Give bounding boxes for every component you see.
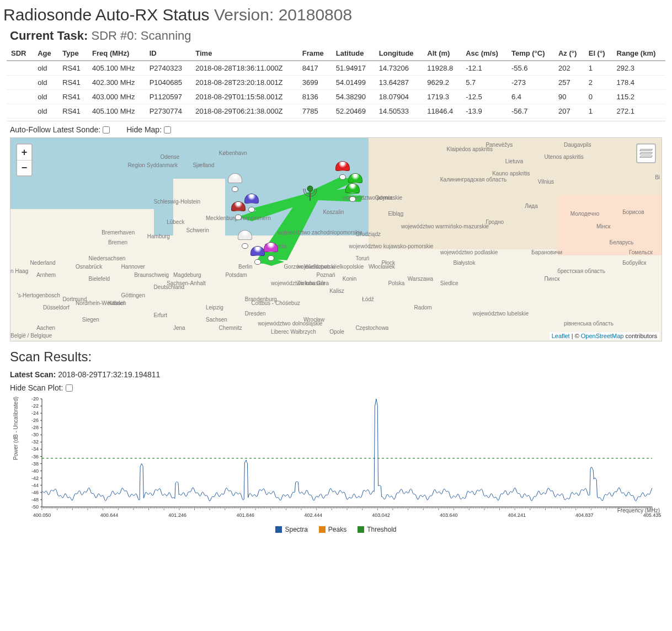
col-6[interactable]: Frame (298, 46, 332, 61)
table-row[interactable]: oldRS41405.100 MHzP27307742018-08-29T06:… (7, 104, 665, 119)
balloon-icon[interactable] (238, 230, 252, 249)
map-city-label: Lietuva (505, 158, 523, 164)
col-11[interactable]: Temp (°C) (507, 46, 554, 61)
version-label: Version: (214, 6, 274, 24)
station-icon[interactable] (303, 184, 317, 202)
table-row[interactable]: oldRS41402.300 MHzP10406852018-08-28T23:… (7, 76, 665, 90)
map-controls: Auto-Follow Latest Sonde: Hide Map: (10, 125, 662, 134)
cell-range: 292.3 (612, 61, 665, 76)
cell-age: old (33, 90, 58, 104)
cell-range: 178.4 (612, 76, 665, 90)
cell-az: 202 (554, 61, 584, 76)
table-hscroll[interactable] (7, 121, 665, 122)
cell-frame: 8417 (298, 61, 332, 76)
legend-threshold: Threshold (358, 526, 396, 533)
zoom-in-button[interactable]: + (17, 145, 31, 160)
col-5[interactable]: Time (191, 46, 297, 61)
cell-asc: -12.1 (461, 61, 507, 76)
balloon-icon[interactable] (250, 246, 265, 265)
balloon-icon[interactable] (244, 194, 259, 212)
col-13[interactable]: El (°) (584, 46, 612, 61)
scan-chart[interactable]: Power (dB - Uncalibrated) Frequency (MHz… (8, 397, 662, 523)
zoom-out-button[interactable]: − (17, 160, 31, 175)
osm-link[interactable]: OpenStreetMap (581, 333, 624, 339)
cell-alt: 9629.2 (423, 76, 461, 90)
map-city-label: Bielefeld (89, 276, 110, 282)
layers-icon (640, 147, 652, 159)
map[interactable]: KøbenhavnSjællandKlaipėdos apskritisLiet… (10, 137, 662, 341)
xaxis-label: Frequency (MHz) (617, 507, 660, 514)
col-2[interactable]: Type (58, 46, 88, 61)
cell-lat: 51.94917 (332, 61, 375, 76)
map-city-label: Konin (343, 276, 357, 282)
map-city-label: Hamburg (147, 233, 170, 239)
svg-text:404.241: 404.241 (508, 512, 526, 518)
balloon-icon[interactable] (264, 242, 278, 261)
map-city-label: Siedlce (440, 280, 458, 286)
cell-lat: 52.20469 (332, 104, 375, 119)
balloon-icon[interactable] (345, 183, 360, 202)
map-city-label: Бобруйск (622, 260, 646, 266)
svg-text:-48: -48 (31, 497, 39, 502)
balloon-icon[interactable] (228, 173, 242, 192)
col-1[interactable]: Age (33, 46, 58, 61)
cell-alt: 1719.3 (423, 90, 461, 104)
autofollow-checkbox[interactable] (103, 126, 110, 133)
cell-az: 257 (554, 76, 584, 90)
map-city-label: Kalisz (329, 288, 344, 294)
map-city-label: Ві (655, 174, 660, 180)
cell-time: 2018-08-29T01:15:58.001Z (191, 90, 297, 104)
svg-text:-20: -20 (31, 396, 39, 402)
map-city-label: Dortmund (62, 296, 87, 302)
svg-point-8 (307, 186, 313, 191)
col-12[interactable]: Az (°) (554, 46, 584, 61)
col-4[interactable]: ID (145, 46, 191, 61)
col-8[interactable]: Longitude (375, 46, 423, 61)
map-city-label: województwo lubelskie (473, 311, 529, 317)
cell-asc: -12.5 (461, 90, 507, 104)
balloon-icon[interactable] (231, 201, 246, 220)
col-7[interactable]: Latitude (332, 46, 375, 61)
map-city-label: Schleswig-Holstein (154, 199, 200, 205)
map-city-label: København (219, 150, 247, 156)
map-city-label: Беларусь (610, 239, 634, 245)
cell-id: P2740323 (145, 61, 191, 76)
map-city-label: Częstochowa (355, 325, 388, 331)
cell-temp: -56.7 (507, 104, 554, 119)
map-city-label: Arnhem (36, 272, 56, 278)
map-city-label: Zielona Góra (297, 280, 329, 286)
hide-scan-checkbox[interactable] (66, 384, 73, 392)
col-3[interactable]: Freq (MHz) (88, 46, 145, 61)
legend-peaks: Peaks (319, 526, 346, 533)
map-city-label: Niedersachsen (89, 255, 126, 261)
legend-spectra: Spectra (275, 526, 307, 533)
hidemap-checkbox[interactable] (164, 126, 171, 133)
cell-range: 272.1 (612, 104, 665, 119)
table-row[interactable]: oldRS41403.000 MHzP11205972018-08-29T01:… (7, 90, 665, 104)
hide-scan-label: Hide Scan Plot: (10, 383, 63, 392)
cell-temp: -273 (507, 76, 554, 90)
map-city-label: Wałbrzych (290, 329, 316, 335)
balloon-icon[interactable] (335, 161, 350, 180)
layers-button[interactable] (636, 143, 656, 163)
cell-alt: 11846.4 (423, 104, 461, 119)
table-row[interactable]: oldRS41405.100 MHzP27403232018-08-28T18:… (7, 61, 665, 76)
cell-time: 2018-08-28T18:36:11.000Z (191, 61, 297, 76)
cell-asc: -13.9 (461, 104, 507, 119)
telemetry-table-wrap[interactable]: SDRAgeTypeFreq (MHz)IDTimeFrameLatitudeL… (7, 46, 665, 121)
version-value: 20180808 (279, 6, 352, 24)
map-city-label: Барановичи (531, 249, 562, 255)
map-city-label: Kassel (108, 300, 125, 306)
map-city-label: województwo zachodniopomorskie (278, 229, 362, 236)
col-9[interactable]: Alt (m) (423, 46, 461, 61)
map-city-label: Osnabrück (76, 264, 102, 270)
col-0[interactable]: SDR (7, 46, 33, 61)
scan-results-header: Scan Results: (10, 349, 669, 365)
map-city-label: Opole (329, 329, 344, 335)
cell-lon: 13.64287 (375, 76, 423, 90)
map-city-label: рівненська область (564, 320, 614, 327)
col-14[interactable]: Range (km) (612, 46, 665, 61)
cell-az: 207 (554, 104, 584, 119)
col-10[interactable]: Asc (m/s) (461, 46, 507, 61)
leaflet-link[interactable]: Leaflet (552, 333, 570, 339)
